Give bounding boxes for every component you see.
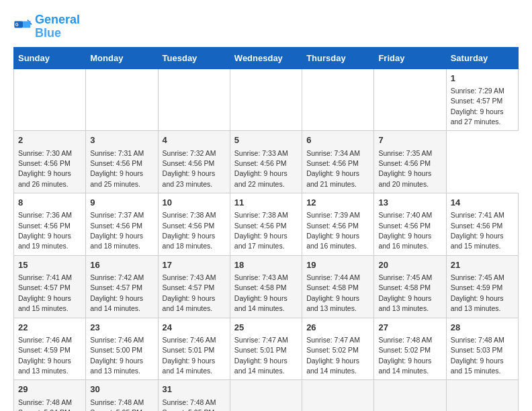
day-cell-8: 8 Sunrise: 7:36 AMSunset: 4:56 PMDayligh… [14,193,86,256]
calendar-body: 1 Sunrise: 7:29 AMSunset: 4:57 PMDayligh… [14,68,519,411]
day-number: 29 [18,383,81,396]
day-number: 4 [163,134,226,146]
day-cell-15: 15 Sunrise: 7:41 AMSunset: 4:57 PMDaylig… [14,255,86,318]
day-info: Sunrise: 7:48 AMSunset: 5:02 PMDaylight:… [378,336,432,375]
day-cell-11: 11 Sunrise: 7:38 AMSunset: 4:56 PMDaylig… [230,193,302,256]
svg-marker-2 [23,21,30,28]
day-cell-24: 24 Sunrise: 7:46 AMSunset: 5:01 PMDaylig… [158,318,230,380]
day-cell-27: 27 Sunrise: 7:48 AMSunset: 5:02 PMDaylig… [374,318,446,380]
day-cell-23: 23 Sunrise: 7:46 AMSunset: 5:00 PMDaylig… [86,318,158,380]
day-number: 24 [163,322,226,334]
logo-icon: G [13,17,32,36]
day-number: 8 [18,197,81,209]
day-cell-19: 19 Sunrise: 7:44 AMSunset: 4:58 PMDaylig… [302,255,374,318]
day-number: 17 [163,259,226,271]
day-header-saturday: Saturday [446,47,518,68]
day-cell-2: 2 Sunrise: 7:30 AMSunset: 4:56 PMDayligh… [14,131,86,193]
calendar-header-row: SundayMondayTuesdayWednesdayThursdayFrid… [14,47,519,68]
calendar-week-6: 29 Sunrise: 7:48 AMSunset: 5:04 PMDaylig… [14,380,519,411]
day-cell-28: 28 Sunrise: 7:48 AMSunset: 5:03 PMDaylig… [446,318,518,380]
calendar-week-4: 15 Sunrise: 7:41 AMSunset: 4:57 PMDaylig… [14,255,519,318]
day-info: Sunrise: 7:35 AMSunset: 4:56 PMDaylight:… [378,149,432,188]
day-number: 12 [306,197,369,209]
logo: G General Blue [13,13,80,40]
day-number: 6 [306,134,369,146]
day-cell-7: 7 Sunrise: 7:35 AMSunset: 4:56 PMDayligh… [374,131,446,193]
day-cell-31: 31 Sunrise: 7:48 AMSunset: 5:05 PMDaylig… [158,380,230,411]
day-cell-22: 22 Sunrise: 7:46 AMSunset: 4:59 PMDaylig… [14,318,86,380]
day-info: Sunrise: 7:47 AMSunset: 5:02 PMDaylight:… [306,336,360,375]
day-number: 21 [451,259,514,271]
day-header-wednesday: Wednesday [230,47,302,68]
empty-cell [230,380,302,411]
calendar-week-1: 1 Sunrise: 7:29 AMSunset: 4:57 PMDayligh… [14,68,519,131]
day-info: Sunrise: 7:46 AMSunset: 5:00 PMDaylight:… [90,336,144,375]
day-number: 30 [90,383,153,396]
day-info: Sunrise: 7:33 AMSunset: 4:56 PMDaylight:… [234,149,288,188]
day-info: Sunrise: 7:47 AMSunset: 5:01 PMDaylight:… [234,336,288,375]
day-info: Sunrise: 7:41 AMSunset: 4:57 PMDaylight:… [18,273,72,312]
day-header-thursday: Thursday [302,47,374,68]
day-cell-4: 4 Sunrise: 7:32 AMSunset: 4:56 PMDayligh… [158,131,230,193]
day-number: 10 [163,197,226,209]
day-header-sunday: Sunday [14,47,86,68]
day-info: Sunrise: 7:44 AMSunset: 4:58 PMDaylight:… [306,273,360,312]
day-cell-25: 25 Sunrise: 7:47 AMSunset: 5:01 PMDaylig… [230,318,302,380]
day-info: Sunrise: 7:39 AMSunset: 4:56 PMDaylight:… [306,211,360,250]
day-cell-9: 9 Sunrise: 7:37 AMSunset: 4:56 PMDayligh… [86,193,158,256]
day-info: Sunrise: 7:32 AMSunset: 4:56 PMDaylight:… [163,149,216,188]
day-number: 22 [18,322,81,334]
day-info: Sunrise: 7:42 AMSunset: 4:57 PMDaylight:… [90,273,144,312]
day-number: 3 [90,134,153,146]
day-info: Sunrise: 7:38 AMSunset: 4:56 PMDaylight:… [234,211,288,250]
day-cell-5: 5 Sunrise: 7:33 AMSunset: 4:56 PMDayligh… [230,131,302,193]
calendar: SundayMondayTuesdayWednesdayThursdayFrid… [13,47,519,411]
day-info: Sunrise: 7:46 AMSunset: 5:01 PMDaylight:… [163,336,216,375]
day-info: Sunrise: 7:29 AMSunset: 4:57 PMDaylight:… [451,87,504,126]
empty-cell [374,68,446,131]
day-cell-3: 3 Sunrise: 7:31 AMSunset: 4:56 PMDayligh… [86,131,158,193]
day-number: 18 [234,259,298,271]
day-info: Sunrise: 7:45 AMSunset: 4:58 PMDaylight:… [378,273,432,312]
day-number: 1 [451,73,514,85]
day-number: 19 [306,259,369,271]
day-cell-21: 21 Sunrise: 7:45 AMSunset: 4:59 PMDaylig… [446,255,518,318]
day-cell-12: 12 Sunrise: 7:39 AMSunset: 4:56 PMDaylig… [302,193,374,256]
day-number: 28 [451,322,514,334]
empty-cell [302,68,374,131]
logo-text: General Blue [35,13,80,40]
empty-cell [158,68,230,131]
day-number: 20 [378,259,441,271]
day-header-monday: Monday [86,47,158,68]
day-info: Sunrise: 7:40 AMSunset: 4:56 PMDaylight:… [378,211,432,250]
calendar-week-2: 2 Sunrise: 7:30 AMSunset: 4:56 PMDayligh… [14,131,519,193]
day-info: Sunrise: 7:48 AMSunset: 5:05 PMDaylight:… [90,398,144,411]
empty-cell [446,380,518,411]
day-info: Sunrise: 7:37 AMSunset: 4:56 PMDaylight:… [90,211,144,250]
day-cell-14: 14 Sunrise: 7:41 AMSunset: 4:56 PMDaylig… [446,193,518,256]
day-cell-18: 18 Sunrise: 7:43 AMSunset: 4:58 PMDaylig… [230,255,302,318]
day-info: Sunrise: 7:48 AMSunset: 5:03 PMDaylight:… [451,336,504,375]
day-info: Sunrise: 7:41 AMSunset: 4:56 PMDaylight:… [451,211,504,250]
day-number: 9 [90,197,153,209]
day-number: 16 [90,259,153,271]
page-header: G General Blue [13,13,519,40]
day-number: 23 [90,322,153,334]
day-number: 15 [18,259,81,271]
day-cell-30: 30 Sunrise: 7:48 AMSunset: 5:05 PMDaylig… [86,380,158,411]
day-cell-10: 10 Sunrise: 7:38 AMSunset: 4:56 PMDaylig… [158,193,230,256]
day-cell-26: 26 Sunrise: 7:47 AMSunset: 5:02 PMDaylig… [302,318,374,380]
day-number: 26 [306,322,369,334]
day-number: 5 [234,134,298,146]
day-number: 7 [378,134,441,146]
day-info: Sunrise: 7:45 AMSunset: 4:59 PMDaylight:… [451,273,504,312]
day-info: Sunrise: 7:43 AMSunset: 4:57 PMDaylight:… [163,273,216,312]
empty-cell [230,68,302,131]
svg-text:G: G [15,22,19,27]
day-number: 2 [18,134,81,146]
day-cell-6: 6 Sunrise: 7:34 AMSunset: 4:56 PMDayligh… [302,131,374,193]
day-info: Sunrise: 7:34 AMSunset: 4:56 PMDaylight:… [306,149,360,188]
calendar-week-5: 22 Sunrise: 7:46 AMSunset: 4:59 PMDaylig… [14,318,519,380]
day-header-tuesday: Tuesday [158,47,230,68]
day-cell-13: 13 Sunrise: 7:40 AMSunset: 4:56 PMDaylig… [374,193,446,256]
